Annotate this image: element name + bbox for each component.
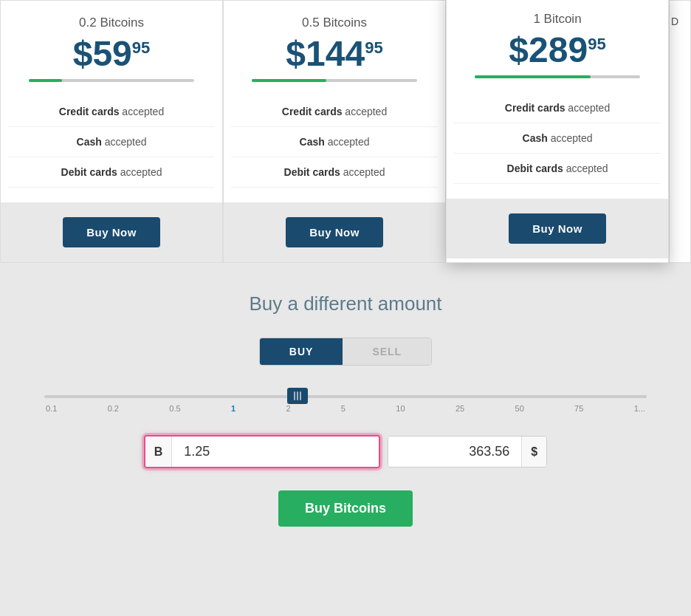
usd-input-wrap: 363.56 $ <box>388 436 547 468</box>
sell-toggle-button[interactable]: SELL <box>343 338 431 365</box>
pricing-card-1: 0.2 Bitcoins $5995 Credit cards accepted… <box>0 0 223 263</box>
price-bar-3 <box>475 75 640 78</box>
slider-label-2: 2 <box>286 404 290 413</box>
usd-symbol: $ <box>521 437 546 467</box>
bitcoin-symbol: B <box>145 437 173 467</box>
input-section: B 363.56 $ <box>15 435 676 468</box>
feature-item: Credit cards accepted <box>454 93 661 123</box>
slider-section: 0.1 0.2 0.5 1 2 5 10 25 50 75 1... <box>15 395 676 413</box>
pricing-card-3-featured: 1 Bitcoin $28995 Credit cards accepted C… <box>446 0 669 263</box>
slider-label-05: 0.5 <box>169 404 180 413</box>
slider-label-01: 0.1 <box>46 404 57 413</box>
slider-label-50: 50 <box>515 404 524 413</box>
slider-thumb-line-3 <box>300 391 301 400</box>
feature-item: Debit cards accepted <box>454 154 661 184</box>
slider-label-75: 75 <box>574 404 583 413</box>
feature-item: Debit cards accepted <box>231 157 438 188</box>
features-1: Credit cards accepted Cash accepted Debi… <box>8 97 215 188</box>
slider-label-1: 1 <box>231 404 236 413</box>
buy-sell-toggle: BUY SELL <box>259 338 432 366</box>
usd-value: 363.56 <box>388 437 521 467</box>
bitcoin-input-wrap: B <box>144 435 381 468</box>
coin-amount-1: 0.2 Bitcoins <box>8 16 215 30</box>
coin-amount-2: 0.5 Bitcoins <box>231 16 438 30</box>
feature-item: Cash accepted <box>231 127 438 157</box>
slider-labels: 0.1 0.2 0.5 1 2 5 10 25 50 75 1... <box>44 404 647 413</box>
coin-amount-3: 1 Bitcoin <box>454 12 661 27</box>
partial-card: D <box>669 0 691 263</box>
features-2: Credit cards accepted Cash accepted Debi… <box>231 97 438 188</box>
price-bar-1 <box>29 79 194 82</box>
slider-track-container <box>44 395 647 398</box>
price-bar-2 <box>252 79 417 82</box>
buy-btn-wrap-1: Buy Now <box>1 202 222 262</box>
price-3: $28995 <box>454 32 661 68</box>
feature-item: Credit cards accepted <box>8 97 215 127</box>
buy-bitcoins-button[interactable]: Buy Bitcoins <box>278 490 413 527</box>
buy-btn-wrap-2: Buy Now <box>224 202 445 262</box>
buy-different-section: Buy a different amount BUY SELL 0.1 0.2 … <box>0 263 691 549</box>
price-1: $5995 <box>8 36 215 72</box>
features-3: Credit cards accepted Cash accepted Debi… <box>454 93 661 184</box>
slider-thumb-line-2 <box>297 391 298 400</box>
bitcoin-amount-input[interactable] <box>172 437 379 467</box>
partial-card-label: D <box>670 1 690 42</box>
slider-label-max: 1... <box>634 404 645 413</box>
slider-thumb[interactable] <box>287 388 308 404</box>
slider-label-02: 0.2 <box>108 404 119 413</box>
price-2: $14495 <box>231 36 438 72</box>
feature-item: Cash accepted <box>8 127 215 157</box>
slider-track[interactable] <box>44 395 647 398</box>
slider-label-10: 10 <box>396 404 405 413</box>
slider-thumb-line-1 <box>294 391 295 400</box>
buy-toggle-button[interactable]: BUY <box>260 338 343 365</box>
buy-different-title: Buy a different amount <box>15 292 676 315</box>
slider-label-5: 5 <box>341 404 346 413</box>
feature-item: Cash accepted <box>454 123 661 154</box>
buy-now-button-1[interactable]: Buy Now <box>63 217 160 247</box>
slider-track-fill <box>44 395 298 398</box>
buy-now-button-3[interactable]: Buy Now <box>509 213 606 244</box>
pricing-card-2: 0.5 Bitcoins $14495 Credit cards accepte… <box>223 0 446 263</box>
feature-item: Debit cards accepted <box>8 157 215 188</box>
slider-label-25: 25 <box>455 404 464 413</box>
buy-btn-wrap-3: Buy Now <box>447 199 668 259</box>
pricing-section: 0.2 Bitcoins $5995 Credit cards accepted… <box>0 0 691 263</box>
buy-now-button-2[interactable]: Buy Now <box>286 217 383 247</box>
feature-item: Credit cards accepted <box>231 97 438 127</box>
